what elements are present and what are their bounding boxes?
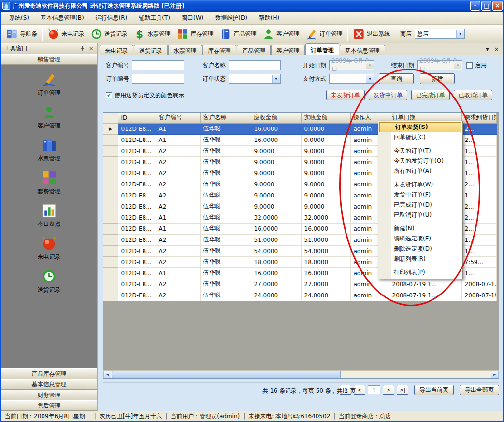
row-selector[interactable]: ▶ bbox=[103, 123, 118, 134]
sidebar-item-order[interactable]: 订单管理 bbox=[1, 71, 97, 97]
context-menu-item-9[interactable]: 已完成订单(D) bbox=[378, 200, 462, 210]
tab-close-icon[interactable] bbox=[493, 45, 500, 53]
context-menu-item-1[interactable]: 回单确认(C) bbox=[378, 132, 462, 142]
sidebar-section-1[interactable]: 基本信息管理 bbox=[1, 379, 97, 390]
export-current-page-button[interactable]: 导出当前页 bbox=[414, 385, 454, 395]
context-menu-item-7[interactable]: 未发货订单(W) bbox=[378, 180, 462, 190]
context-menu-item-3[interactable]: 今天的订单(T) bbox=[378, 146, 462, 156]
column-header-3[interactable]: 应收金额 bbox=[251, 113, 301, 123]
row-selector[interactable] bbox=[103, 267, 118, 279]
toolbar-button-call[interactable]: 来电记录 bbox=[44, 27, 87, 42]
pin-icon[interactable] bbox=[79, 45, 86, 52]
context-menu-item-15[interactable]: 刷新列表(R) bbox=[378, 254, 462, 264]
context-menu-item-8[interactable]: 发货中订单(F) bbox=[378, 190, 462, 200]
tab-4[interactable]: 产品管理 bbox=[237, 45, 271, 55]
sidebar-section-0[interactable]: 产品库存管理 bbox=[1, 368, 97, 379]
toolbar-button-inventory[interactable]: 库存管理 bbox=[173, 27, 216, 42]
toolbar-button-order[interactable]: 订单管理 bbox=[302, 27, 346, 42]
sidebar-section-3[interactable]: 售后管理 bbox=[1, 400, 97, 411]
column-header-1[interactable]: 客户编号 bbox=[156, 113, 200, 123]
table-row[interactable]: 012D-E8...A2伍华聪27.000027.0000admin2008-0… bbox=[103, 279, 496, 290]
end-date-picker[interactable]: 2009年 6月 8日 bbox=[417, 60, 462, 70]
scroll-left-icon[interactable] bbox=[103, 371, 111, 378]
tab-7[interactable]: 基本信息管理 bbox=[340, 45, 385, 55]
column-header-4[interactable]: 实收金额 bbox=[301, 113, 350, 123]
row-selector[interactable] bbox=[103, 234, 118, 245]
scrollbar-thumb[interactable] bbox=[112, 371, 341, 378]
sidebar-item-delivery[interactable]: 送货记录 bbox=[1, 268, 97, 294]
toolbar-button-product[interactable]: 产品管理 bbox=[216, 27, 259, 42]
store-combobox[interactable]: 总店 bbox=[415, 29, 465, 39]
menubar-item-2[interactable]: 运行信息(R) bbox=[90, 12, 133, 24]
tab-6[interactable]: 订单管理 bbox=[305, 43, 339, 55]
context-menu-item-13[interactable]: 编辑选定项(E) bbox=[378, 234, 462, 244]
sidebar-item-customer[interactable]: 客户管理 bbox=[1, 104, 97, 130]
toolbar-button-ticket[interactable]: $水票管理 bbox=[130, 27, 173, 42]
row-selector[interactable] bbox=[103, 290, 118, 301]
page-number-input[interactable] bbox=[368, 385, 380, 394]
tab-1[interactable]: 送货记录 bbox=[134, 45, 168, 55]
tab-list-chevron-icon[interactable] bbox=[484, 45, 491, 53]
row-selector[interactable] bbox=[103, 279, 118, 290]
row-selector[interactable] bbox=[103, 212, 118, 223]
tab-0[interactable]: 来电记录 bbox=[100, 45, 133, 55]
menubar-item-5[interactable]: 数据维护(D) bbox=[210, 12, 253, 24]
horizontal-scrollbar[interactable] bbox=[103, 370, 499, 378]
row-selector[interactable] bbox=[103, 223, 118, 234]
status-filter-button-3[interactable]: 已取消订单 bbox=[454, 90, 492, 100]
menubar-item-0[interactable]: 系统(S) bbox=[4, 12, 34, 24]
sidebar-section-sales[interactable]: 销售管理 bbox=[1, 54, 97, 65]
enable-date-checkbox[interactable] bbox=[466, 62, 473, 69]
context-menu-item-12[interactable]: 新建(N) bbox=[378, 224, 462, 234]
toolbar-button-exit[interactable]: 退出系统 bbox=[350, 27, 393, 42]
sidebar-item-package[interactable]: 套餐管理 bbox=[1, 170, 97, 196]
sidebar-item-today[interactable]: 今日盘点 bbox=[1, 203, 97, 228]
sidebar-section-2[interactable]: 财务管理 bbox=[1, 390, 97, 400]
status-filter-button-2[interactable]: 已完成订单 bbox=[411, 90, 450, 100]
status-filter-button-0[interactable]: 未发货订单 bbox=[326, 90, 365, 100]
toolbar-button-delivery[interactable]: 送货记录 bbox=[87, 27, 130, 42]
menubar-item-4[interactable]: 窗口(W) bbox=[176, 12, 209, 24]
row-selector[interactable] bbox=[103, 179, 118, 190]
row-selector[interactable] bbox=[103, 156, 118, 168]
start-date-picker[interactable]: 2009年 6月 8日 bbox=[329, 60, 374, 70]
row-selector[interactable] bbox=[103, 168, 118, 179]
menubar-item-3[interactable]: 辅助工具(T) bbox=[133, 12, 175, 24]
context-menu-item-17[interactable]: 打印列表(P) bbox=[378, 267, 462, 278]
row-selector[interactable] bbox=[103, 256, 118, 267]
row-selector[interactable] bbox=[103, 134, 118, 145]
pay-method-combobox[interactable] bbox=[329, 74, 374, 84]
row-selector[interactable] bbox=[103, 245, 118, 256]
query-button[interactable]: 查询 bbox=[379, 73, 414, 84]
context-menu-item-10[interactable]: 已取消订单(U) bbox=[378, 210, 462, 220]
close-button[interactable] bbox=[492, 1, 503, 11]
customer-name-input[interactable] bbox=[229, 60, 281, 70]
row-selector[interactable] bbox=[103, 201, 118, 212]
tab-3[interactable]: 库存管理 bbox=[202, 45, 236, 55]
new-button[interactable]: 新建 bbox=[420, 73, 455, 84]
order-status-combobox[interactable] bbox=[229, 74, 281, 84]
context-menu-item-14[interactable]: 删除选定项(D) bbox=[378, 244, 462, 254]
row-selector[interactable] bbox=[103, 190, 118, 201]
context-menu-item-0[interactable]: 订单发货(S) bbox=[379, 122, 461, 132]
column-header-7[interactable]: 要求到货日期 bbox=[461, 113, 496, 123]
context-menu-item-4[interactable]: 今天的发货订单(O) bbox=[378, 156, 462, 166]
status-filter-button-1[interactable]: 发货中订单 bbox=[369, 90, 407, 100]
toolbar-button-navigator[interactable]: 导航条 bbox=[3, 27, 40, 42]
export-all-pages-button[interactable]: 导出全部页 bbox=[460, 385, 499, 395]
minimize-button[interactable] bbox=[470, 1, 480, 11]
last-page-button[interactable]: >| bbox=[397, 385, 408, 395]
tab-5[interactable]: 客户管理 bbox=[271, 45, 305, 55]
column-header-2[interactable]: 客户名称 bbox=[200, 113, 251, 123]
menubar-item-6[interactable]: 帮助(H) bbox=[254, 12, 285, 24]
order-no-input[interactable] bbox=[132, 74, 184, 84]
sidebar-item-ticket[interactable]: 水票管理 bbox=[1, 137, 97, 163]
table-row[interactable]: 012D-E8...A2伍华聪24.000024.0000admin2008-0… bbox=[103, 290, 496, 301]
toolbar-button-customer[interactable]: 客户管理 bbox=[259, 27, 302, 42]
row-selector[interactable] bbox=[103, 145, 118, 156]
next-page-button[interactable]: > bbox=[383, 385, 394, 395]
tab-2[interactable]: 水票管理 bbox=[168, 45, 202, 55]
context-menu-item-5[interactable]: 所有的订单(A) bbox=[378, 166, 462, 176]
menubar-item-1[interactable]: 基本信息管理(B) bbox=[35, 12, 89, 24]
maximize-button[interactable] bbox=[481, 1, 491, 11]
